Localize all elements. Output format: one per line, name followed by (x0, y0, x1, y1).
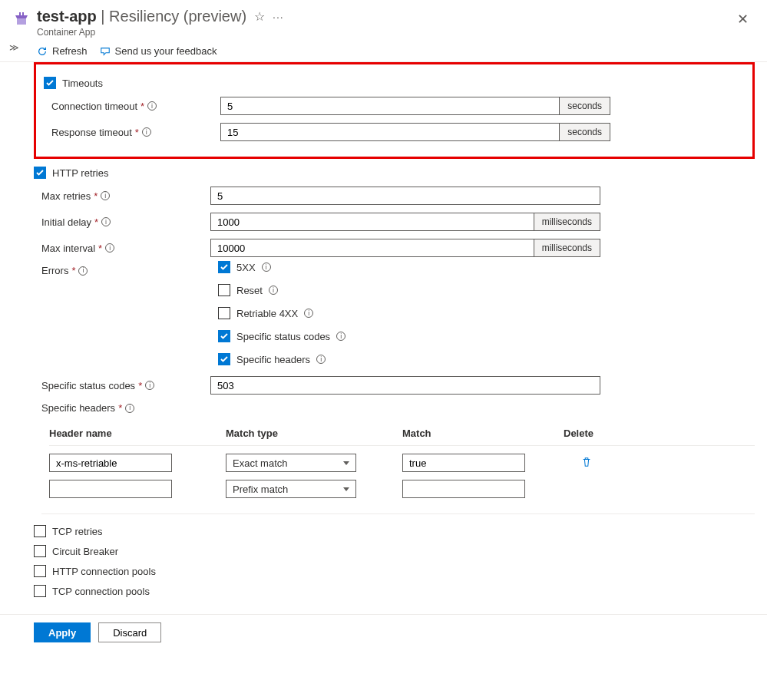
refresh-button[interactable]: Refresh (37, 45, 88, 57)
match-value-input[interactable] (402, 454, 525, 472)
timeouts-highlight-box: Timeouts Connection timeout * i seconds … (34, 62, 755, 159)
col-match-type: Match type (226, 428, 395, 439)
favorite-star-icon[interactable]: ☆ (254, 9, 265, 24)
info-icon[interactable]: i (105, 243, 114, 253)
connection-timeout-label: Connection timeout * i (51, 101, 220, 112)
max-interval-input[interactable] (210, 239, 534, 257)
http-retries-checkbox[interactable] (34, 167, 46, 179)
errors-label: Errors * i (41, 265, 210, 276)
table-row: Exact match (49, 454, 755, 472)
tcp-retries-checkbox[interactable] (34, 525, 46, 537)
info-icon[interactable]: i (262, 262, 271, 272)
delete-row-button[interactable] (564, 457, 610, 470)
info-icon[interactable]: i (145, 381, 154, 390)
col-delete: Delete (564, 428, 610, 439)
specific-headers-label: Specific headers * i (41, 402, 210, 414)
info-icon[interactable]: i (269, 286, 278, 295)
specific-headers-table: Header name Match type Match Delete Exac… (41, 421, 755, 514)
errors-retriable4xx-checkbox[interactable] (218, 307, 230, 319)
footer-bar: Apply Discard (0, 614, 767, 650)
max-interval-label: Max interval * i (41, 243, 210, 254)
circuit-breaker-checkbox[interactable] (34, 545, 46, 557)
initial-delay-input[interactable] (210, 213, 534, 231)
app-name: test-app | Resiliency (preview) (37, 8, 246, 25)
tcp-retries-label: TCP retries (52, 526, 103, 537)
refresh-icon (37, 46, 48, 57)
command-bar: Refresh Send us your feedback (0, 41, 767, 62)
specific-codes-label: Specific status codes * i (41, 380, 210, 391)
http-retries-label: HTTP retries (52, 167, 108, 179)
close-button[interactable]: ✕ (731, 8, 755, 31)
table-row: Prefix match (49, 480, 755, 498)
feedback-icon (100, 46, 111, 57)
timeouts-label: Timeouts (62, 78, 103, 89)
page-header: test-app | Resiliency (preview) ☆ ··· Co… (0, 0, 767, 41)
specific-codes-input[interactable] (210, 376, 600, 395)
response-timeout-label: Response timeout * i (51, 127, 220, 138)
tcp-pools-label: TCP connection pools (52, 586, 150, 597)
http-pools-checkbox[interactable] (34, 565, 46, 577)
seconds-unit: seconds (560, 97, 610, 115)
info-icon[interactable]: i (147, 101, 157, 111)
info-icon[interactable]: i (101, 191, 110, 200)
title-block: test-app | Resiliency (preview) ☆ ··· Co… (37, 8, 731, 38)
resource-type: Container App (37, 27, 731, 38)
info-icon[interactable]: i (316, 355, 326, 364)
svg-rect-0 (19, 12, 21, 15)
svg-rect-1 (22, 12, 24, 15)
apply-button[interactable]: Apply (34, 622, 91, 642)
form-content: Timeouts Connection timeout * i seconds … (0, 62, 767, 614)
info-icon[interactable]: i (78, 266, 88, 276)
circuit-breaker-label: Circuit Breaker (52, 546, 118, 557)
max-retries-input[interactable] (210, 187, 600, 205)
info-icon[interactable]: i (304, 309, 313, 318)
more-menu-icon[interactable]: ··· (273, 11, 284, 23)
header-name-input[interactable] (49, 454, 172, 472)
app-icon (12, 11, 31, 29)
col-match: Match (402, 428, 556, 439)
tcp-pools-checkbox[interactable] (34, 585, 46, 597)
http-pools-label: HTTP connection pools (52, 566, 156, 577)
info-icon[interactable]: i (142, 127, 151, 137)
errors-specific-headers-checkbox[interactable] (218, 353, 230, 365)
info-icon[interactable]: i (101, 217, 111, 226)
errors-5xx-checkbox[interactable] (218, 261, 230, 273)
header-name-input[interactable] (49, 480, 172, 498)
connection-timeout-input[interactable] (220, 97, 560, 115)
info-icon[interactable]: i (125, 404, 134, 413)
seconds-unit: seconds (560, 123, 610, 141)
errors-reset-checkbox[interactable] (218, 284, 230, 296)
discard-button[interactable]: Discard (98, 622, 161, 642)
response-timeout-input[interactable] (220, 123, 560, 141)
match-type-select[interactable]: Prefix match (226, 480, 356, 498)
match-type-select[interactable]: Exact match (226, 454, 356, 472)
errors-specific-codes-checkbox[interactable] (218, 330, 230, 342)
ms-unit: milliseconds (534, 239, 600, 257)
max-retries-label: Max retries * i (41, 190, 210, 202)
timeouts-checkbox[interactable] (44, 77, 56, 89)
match-value-input[interactable] (402, 480, 525, 498)
col-header-name: Header name (49, 428, 218, 439)
initial-delay-label: Initial delay * i (41, 216, 210, 228)
info-icon[interactable]: i (336, 332, 345, 341)
feedback-button[interactable]: Send us your feedback (100, 45, 217, 57)
expand-sidebar-icon[interactable]: ≫ (9, 42, 19, 53)
ms-unit: milliseconds (534, 213, 600, 231)
